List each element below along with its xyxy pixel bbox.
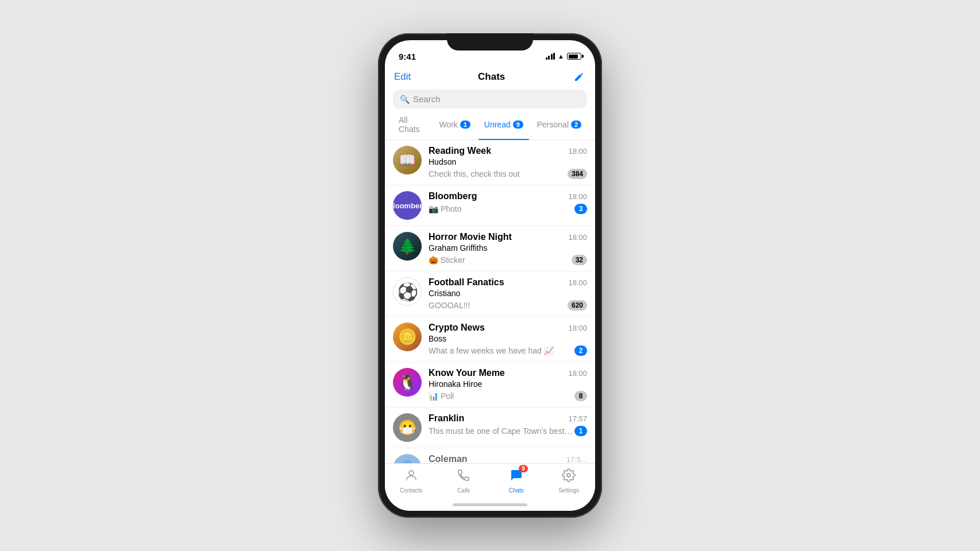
chat-content-horror: Horror Movie Night 18:00 Graham Griffith…: [429, 232, 587, 265]
tab-personal[interactable]: Personal 2: [531, 113, 587, 136]
chat-list: 📖 Reading Week 18:00 Hudson Check this, …: [385, 140, 595, 463]
chat-item-crypto[interactable]: 🪙 Crypto News 18:00 Boss What a few week…: [385, 317, 595, 362]
chat-content-coleman: Coleman 17:5...: [429, 454, 587, 463]
chat-content-meme: Know Your Meme 18:00 Hironaka Hiroe 📊 Po…: [429, 368, 587, 401]
tab-chats[interactable]: 9 Chats: [499, 468, 534, 494]
chat-item-football[interactable]: ⚽ Football Fanatics 18:00 Cristiano GOOO…: [385, 271, 595, 317]
badge-bloomberg: 3: [574, 204, 587, 214]
tab-calls[interactable]: Calls: [446, 468, 481, 494]
tab-contacts[interactable]: Contacts: [394, 468, 429, 494]
status-icons: ▲: [546, 53, 581, 60]
badge-football: 620: [568, 300, 587, 311]
chat-content-reading-week: Reading Week 18:00 Hudson Check this, ch…: [429, 146, 587, 179]
notch: [447, 33, 533, 51]
signal-icon: [546, 53, 555, 60]
tab-settings[interactable]: Settings: [551, 468, 586, 494]
avatar-meme: 🐧: [393, 368, 422, 397]
tab-work[interactable]: Work 1: [433, 113, 476, 136]
home-indicator: [453, 503, 527, 506]
avatar-franklin: 😷: [393, 413, 422, 442]
chat-item-meme[interactable]: 🐧 Know Your Meme 18:00 Hironaka Hiroe 📊 …: [385, 362, 595, 408]
chat-item-reading-week[interactable]: 📖 Reading Week 18:00 Hudson Check this, …: [385, 140, 595, 185]
avatar-football: ⚽: [393, 277, 422, 306]
avatar-coleman: 👤: [393, 454, 422, 463]
battery-fill: [569, 55, 578, 59]
filter-tabs: All Chats Work 1 Unread 9 Personal 2: [385, 113, 595, 140]
unread-badge-tab: 9: [513, 121, 523, 129]
chat-content-football: Football Fanatics 18:00 Cristiano GOOOAL…: [429, 277, 587, 311]
badge-meme: 8: [574, 391, 587, 401]
tab-all-chats[interactable]: All Chats: [393, 113, 431, 136]
chats-label: Chats: [509, 487, 524, 494]
chat-content-bloomberg: Bloomberg 18:00 📷 Photo 3: [429, 191, 587, 214]
avatar-reading-week: 📖: [393, 146, 422, 174]
calls-label: Calls: [457, 487, 470, 494]
search-input[interactable]: Search: [413, 94, 441, 104]
chats-badge: 9: [519, 465, 528, 472]
contacts-label: Contacts: [400, 487, 422, 494]
wifi-icon: ▲: [558, 53, 564, 60]
settings-icon: [562, 468, 576, 486]
work-badge: 1: [460, 121, 470, 129]
svg-point-1: [567, 474, 570, 477]
nav-bar: Edit Chats: [385, 65, 595, 86]
phone-screen: 9:41 ▲ Edit Chats: [385, 40, 595, 511]
phone-frame: 9:41 ▲ Edit Chats: [378, 33, 602, 518]
avatar-horror: 🌲: [393, 232, 422, 261]
chat-item-coleman[interactable]: 👤 Coleman 17:5...: [385, 448, 595, 463]
tab-unread[interactable]: Unread 9: [479, 113, 529, 136]
page-title: Chats: [478, 71, 505, 83]
calls-icon: [457, 468, 470, 486]
badge-franklin: 1: [574, 426, 587, 436]
chat-content-franklin: Franklin 17:57 This must be one of Cape …: [429, 413, 587, 436]
badge-crypto: 2: [574, 346, 587, 356]
personal-badge: 2: [571, 121, 581, 129]
chats-icon: 9: [510, 468, 523, 486]
badge-reading-week: 384: [568, 169, 587, 179]
chat-item-franklin[interactable]: 😷 Franklin 17:57 This must be one of Cap…: [385, 408, 595, 448]
chat-content-crypto: Crypto News 18:00 Boss What a few weeks …: [429, 323, 587, 356]
avatar-bloomberg: Bloomberg: [393, 191, 422, 220]
svg-point-0: [409, 471, 414, 475]
settings-label: Settings: [558, 487, 579, 494]
edit-button[interactable]: Edit: [394, 71, 411, 83]
search-icon: 🔍: [400, 95, 410, 104]
chat-item-bloomberg[interactable]: Bloomberg Bloomberg 18:00 📷 Photo 3: [385, 185, 595, 226]
compose-button[interactable]: [572, 70, 586, 84]
status-time: 9:41: [399, 52, 416, 61]
contacts-icon: [404, 468, 418, 486]
chat-item-horror[interactable]: 🌲 Horror Movie Night 18:00 Graham Griffi…: [385, 226, 595, 271]
avatar-crypto: 🪙: [393, 323, 422, 351]
badge-horror: 32: [572, 255, 587, 265]
search-bar[interactable]: 🔍 Search: [393, 90, 587, 108]
battery-icon: [567, 53, 581, 60]
